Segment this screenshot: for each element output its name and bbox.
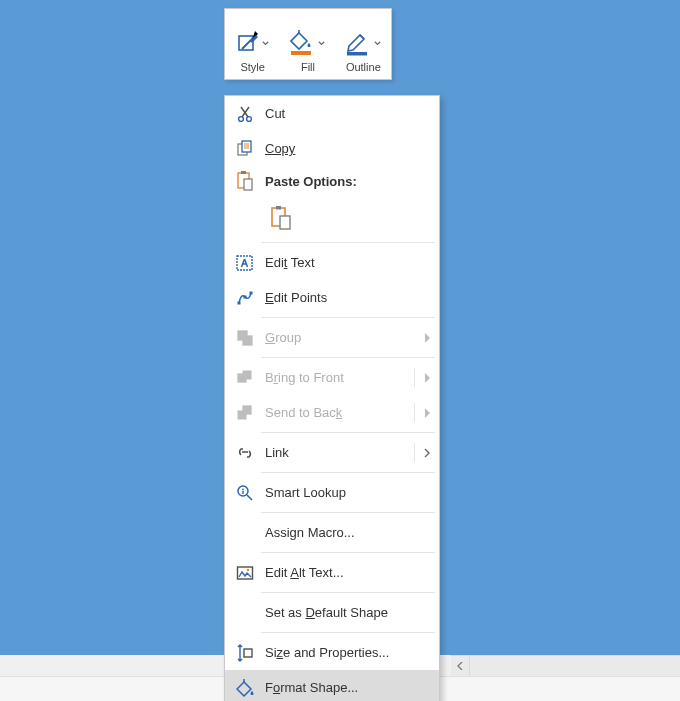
edit-text-icon: [225, 254, 265, 272]
svg-rect-2: [347, 52, 367, 56]
menu-bring-to-front: Bring to Front: [225, 360, 439, 395]
outline-button[interactable]: Outline: [336, 9, 391, 79]
chevron-down-icon: [374, 40, 381, 47]
svg-point-3: [239, 116, 244, 121]
menu-label: Link: [265, 445, 289, 460]
menu-separator: [261, 592, 435, 593]
svg-rect-9: [244, 179, 252, 190]
outline-label: Outline: [346, 61, 381, 73]
clipboard-icon: [270, 206, 292, 230]
submenu-arrow-icon: [415, 408, 439, 418]
smart-lookup-icon: [225, 484, 265, 502]
size-icon: [225, 644, 265, 662]
menu-label: Set as Default Shape: [265, 605, 439, 620]
fill-icon: [290, 30, 316, 56]
menu-label: Format Shape...: [265, 680, 439, 695]
copy-icon: [225, 140, 265, 158]
svg-rect-1: [291, 51, 311, 55]
format-shape-icon: [225, 679, 265, 697]
svg-rect-0: [239, 36, 253, 50]
chevron-down-icon: [262, 40, 269, 47]
svg-rect-25: [242, 491, 243, 494]
menu-set-default-shape[interactable]: Set as Default Shape: [225, 595, 439, 630]
menu-label: Group: [265, 330, 415, 345]
menu-label: Bring to Front: [265, 370, 415, 385]
menu-send-to-back: Send to Back: [225, 395, 439, 430]
style-button[interactable]: Style: [225, 9, 280, 79]
menu-edit-alt-text[interactable]: Edit Alt Text...: [225, 555, 439, 590]
menu-label: Edit Alt Text...: [265, 565, 439, 580]
menu-edit-text[interactable]: Edit Text: [225, 245, 439, 280]
menu-size-and-properties[interactable]: Size and Properties...: [225, 635, 439, 670]
svg-rect-18: [243, 336, 252, 345]
menu-separator: [261, 317, 435, 318]
svg-point-24: [242, 488, 244, 490]
edit-points-icon: [225, 289, 265, 307]
svg-rect-13: [237, 256, 252, 270]
paste-icon: [225, 171, 265, 191]
svg-rect-8: [241, 171, 246, 174]
split-divider: [414, 443, 415, 462]
style-icon: [236, 31, 260, 55]
menu-label: Edit Points: [265, 290, 439, 305]
menu-assign-macro[interactable]: Assign Macro...: [225, 515, 439, 550]
menu-cut[interactable]: Cut: [225, 96, 439, 131]
menu-copy[interactable]: Copy: [225, 131, 439, 166]
shape-mini-toolbar: Style Fill: [224, 8, 392, 80]
fill-button[interactable]: Fill: [280, 9, 335, 79]
menu-label: Smart Lookup: [265, 485, 346, 500]
menu-label: Cut: [265, 106, 285, 121]
split-divider: [414, 368, 415, 387]
menu-paste-options-header: Paste Options:: [225, 166, 439, 196]
menu-format-shape[interactable]: Format Shape...: [225, 670, 439, 701]
style-label: Style: [240, 61, 264, 73]
menu-smart-lookup[interactable]: Smart Lookup: [225, 475, 439, 510]
svg-point-27: [247, 568, 250, 571]
bring-front-icon: [225, 369, 265, 387]
svg-rect-22: [238, 411, 246, 419]
paste-option-default[interactable]: [265, 202, 297, 234]
menu-label: Paste Options:: [265, 174, 357, 189]
svg-rect-14: [238, 301, 241, 304]
svg-rect-15: [244, 295, 247, 298]
paste-options-row: [225, 196, 439, 240]
menu-separator: [261, 357, 435, 358]
submenu-arrow-icon: [415, 373, 439, 383]
horizontal-scrollbar[interactable]: [451, 655, 680, 677]
menu-label: Copy: [265, 141, 295, 156]
menu-link[interactable]: Link: [225, 435, 439, 470]
menu-group: Group: [225, 320, 439, 355]
menu-separator: [261, 632, 435, 633]
menu-separator: [261, 432, 435, 433]
chevron-down-icon: [318, 40, 325, 47]
menu-label: Edit Text: [265, 255, 439, 270]
cut-icon: [225, 105, 265, 123]
menu-edit-points[interactable]: Edit Points: [225, 280, 439, 315]
menu-separator: [261, 472, 435, 473]
send-back-icon: [225, 404, 265, 422]
menu-separator: [261, 512, 435, 513]
svg-rect-16: [250, 291, 253, 294]
svg-rect-12: [280, 216, 290, 229]
context-menu: Cut Copy Paste Options:: [224, 95, 440, 701]
split-divider: [414, 403, 415, 422]
menu-label: Size and Properties...: [265, 645, 439, 660]
scroll-left-button[interactable]: [451, 656, 470, 676]
menu-separator: [261, 242, 435, 243]
fill-label: Fill: [301, 61, 315, 73]
link-icon: [225, 444, 265, 462]
menu-label: Send to Back: [265, 405, 415, 420]
menu-separator: [261, 552, 435, 553]
svg-rect-28: [244, 649, 252, 657]
svg-point-4: [247, 116, 252, 121]
submenu-arrow-icon: [415, 333, 439, 343]
submenu-arrow-icon: [415, 448, 439, 458]
svg-rect-20: [243, 371, 251, 379]
menu-label: Assign Macro...: [265, 525, 439, 540]
alt-text-icon: [225, 564, 265, 582]
outline-icon: [346, 30, 372, 56]
group-icon: [225, 329, 265, 347]
svg-rect-11: [276, 206, 281, 210]
